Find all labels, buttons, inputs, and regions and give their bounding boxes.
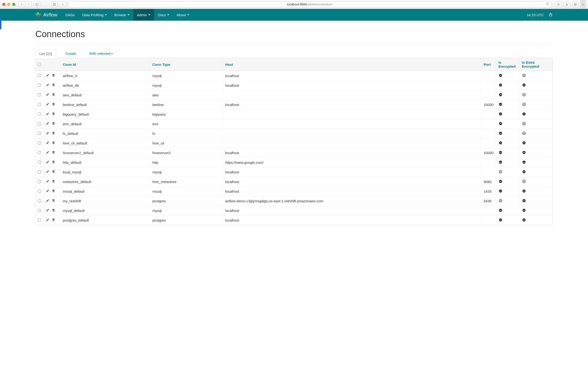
delete-icon[interactable] bbox=[52, 141, 55, 145]
edit-icon[interactable] bbox=[46, 189, 49, 193]
col-host[interactable]: Host bbox=[223, 58, 481, 71]
sidebar-toggle-button[interactable] bbox=[34, 2, 40, 7]
edit-icon[interactable] bbox=[46, 218, 49, 222]
delete-icon[interactable] bbox=[52, 199, 55, 203]
reload-button[interactable] bbox=[546, 2, 549, 6]
row-checkbox[interactable] bbox=[38, 93, 41, 96]
col-is-extra-encrypted[interactable]: Is Extra Encrypted bbox=[519, 58, 553, 71]
edit-icon[interactable] bbox=[46, 83, 49, 87]
chevron-down-icon bbox=[148, 14, 150, 16]
ok-circle-icon bbox=[498, 199, 503, 203]
nav-item-about[interactable]: About bbox=[173, 9, 193, 21]
connections-table: Conn Id Conn Type Host Port Is Encrypted… bbox=[35, 58, 553, 225]
delete-icon[interactable] bbox=[52, 93, 55, 97]
row-checkbox[interactable] bbox=[38, 218, 41, 222]
delete-icon[interactable] bbox=[52, 74, 55, 78]
address-bar[interactable]: localhost:8080/admin/connection/ bbox=[68, 1, 551, 8]
table-row: airflow_dbmysqllocalhost bbox=[35, 81, 553, 90]
delete-icon[interactable] bbox=[52, 122, 55, 126]
svg-rect-62 bbox=[500, 220, 502, 220]
downloads-button[interactable] bbox=[555, 2, 562, 7]
row-checkbox[interactable] bbox=[38, 84, 41, 87]
forward-button[interactable] bbox=[25, 2, 32, 7]
row-checkbox[interactable] bbox=[38, 142, 41, 144]
minus-circle-icon bbox=[498, 121, 503, 126]
minus-circle-icon bbox=[498, 131, 503, 135]
delete-icon[interactable] bbox=[52, 83, 55, 87]
tab-with-selected[interactable]: With selected bbox=[85, 49, 117, 58]
share-button[interactable] bbox=[563, 2, 570, 7]
nav-item-browse[interactable]: Browse bbox=[111, 9, 133, 21]
cell-port: 9083 bbox=[481, 177, 496, 187]
cell-conn-type: hive_metastore bbox=[150, 177, 223, 187]
row-checkbox[interactable] bbox=[38, 170, 41, 173]
tab-list[interactable]: List (22) bbox=[35, 49, 56, 58]
minus-circle-icon bbox=[522, 112, 526, 116]
edit-icon[interactable] bbox=[46, 93, 49, 97]
edit-icon[interactable] bbox=[46, 112, 49, 116]
delete-icon[interactable] bbox=[52, 189, 55, 193]
svg-rect-64 bbox=[523, 220, 525, 220]
delete-icon[interactable] bbox=[52, 180, 55, 184]
col-is-encrypted[interactable]: Is Encrypted bbox=[496, 58, 519, 71]
cell-conn-id: my_redshift bbox=[61, 196, 150, 206]
edit-icon[interactable] bbox=[46, 131, 49, 136]
col-conn-type[interactable]: Conn Type bbox=[150, 58, 223, 71]
edit-icon[interactable] bbox=[46, 74, 49, 78]
nav-item-dags[interactable]: DAGs bbox=[62, 9, 78, 21]
extension-button-1[interactable] bbox=[51, 2, 58, 7]
delete-icon[interactable] bbox=[52, 160, 55, 165]
row-checkbox[interactable] bbox=[38, 161, 41, 164]
delete-icon[interactable] bbox=[52, 102, 55, 107]
edit-icon[interactable] bbox=[46, 102, 49, 107]
edit-icon[interactable] bbox=[46, 122, 49, 126]
browser-tab-indicator bbox=[0, 18, 1, 29]
delete-icon[interactable] bbox=[52, 131, 55, 136]
row-checkbox[interactable] bbox=[38, 209, 41, 212]
delete-icon[interactable] bbox=[52, 170, 55, 174]
nav-item-admin[interactable]: Admin bbox=[133, 9, 154, 21]
row-checkbox[interactable] bbox=[38, 103, 41, 106]
col-port[interactable]: Port bbox=[481, 58, 496, 71]
power-icon[interactable] bbox=[548, 12, 553, 17]
url-path: /admin/connection/ bbox=[307, 3, 332, 6]
row-checkbox[interactable] bbox=[38, 180, 41, 183]
cell-host: localhost bbox=[223, 206, 481, 216]
close-window-button[interactable] bbox=[2, 3, 5, 6]
edit-icon[interactable] bbox=[46, 209, 49, 213]
row-checkbox[interactable] bbox=[38, 190, 41, 193]
table-row: postgres_defaultpostgreslocalhost bbox=[35, 216, 553, 225]
nav-item-data-profiling[interactable]: Data Profiling bbox=[78, 9, 111, 21]
tab-create[interactable]: Create bbox=[62, 49, 80, 58]
maximize-window-button[interactable] bbox=[12, 3, 15, 6]
delete-icon[interactable] bbox=[52, 209, 55, 213]
edit-icon[interactable] bbox=[46, 150, 49, 155]
row-checkbox[interactable] bbox=[38, 151, 41, 154]
col-conn-id[interactable]: Conn Id bbox=[61, 58, 150, 71]
cell-conn-id: local_mysql bbox=[61, 167, 150, 177]
new-tab-button[interactable]: + bbox=[580, 0, 586, 9]
brand[interactable]: Airflow bbox=[35, 12, 57, 18]
cell-host: localhost bbox=[223, 216, 481, 225]
select-all-checkbox[interactable] bbox=[38, 63, 41, 66]
edit-icon[interactable] bbox=[46, 160, 49, 165]
extension-button-2[interactable] bbox=[60, 2, 66, 7]
edit-icon[interactable] bbox=[46, 170, 49, 174]
row-checkbox[interactable] bbox=[38, 122, 41, 125]
cell-conn-type: mysql bbox=[150, 206, 223, 216]
edit-icon[interactable] bbox=[46, 141, 49, 145]
browser-toolbar: localhost:8080/admin/connection/ + bbox=[0, 0, 588, 9]
nav-item-docs[interactable]: Docs bbox=[154, 9, 173, 21]
row-checkbox[interactable] bbox=[38, 199, 41, 202]
edit-icon[interactable] bbox=[46, 180, 49, 184]
edit-icon[interactable] bbox=[46, 199, 49, 203]
minimize-window-button[interactable] bbox=[7, 3, 10, 6]
row-checkbox[interactable] bbox=[38, 132, 41, 135]
tabs-button[interactable] bbox=[572, 2, 579, 7]
delete-icon[interactable] bbox=[52, 218, 55, 222]
delete-icon[interactable] bbox=[52, 150, 55, 155]
row-checkbox[interactable] bbox=[38, 74, 41, 77]
delete-icon[interactable] bbox=[52, 112, 55, 116]
back-button[interactable] bbox=[18, 2, 25, 7]
row-checkbox[interactable] bbox=[38, 113, 41, 116]
